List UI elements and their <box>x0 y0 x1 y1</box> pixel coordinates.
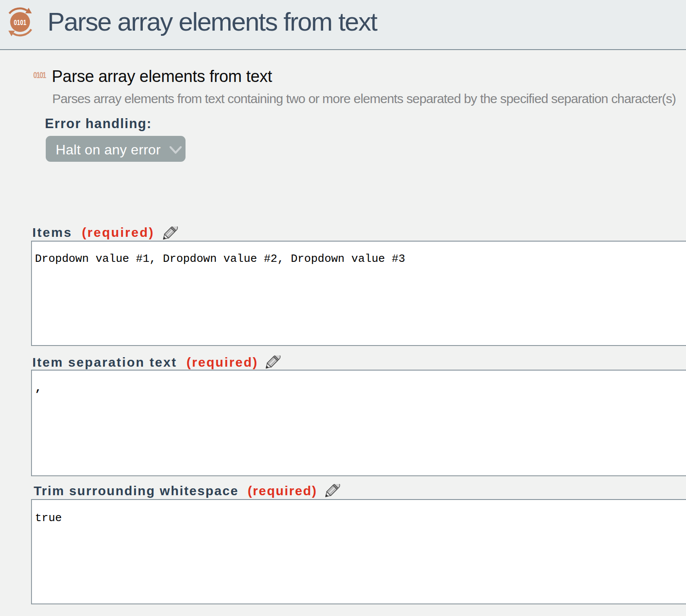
svg-text:0101: 0101 <box>14 19 26 26</box>
